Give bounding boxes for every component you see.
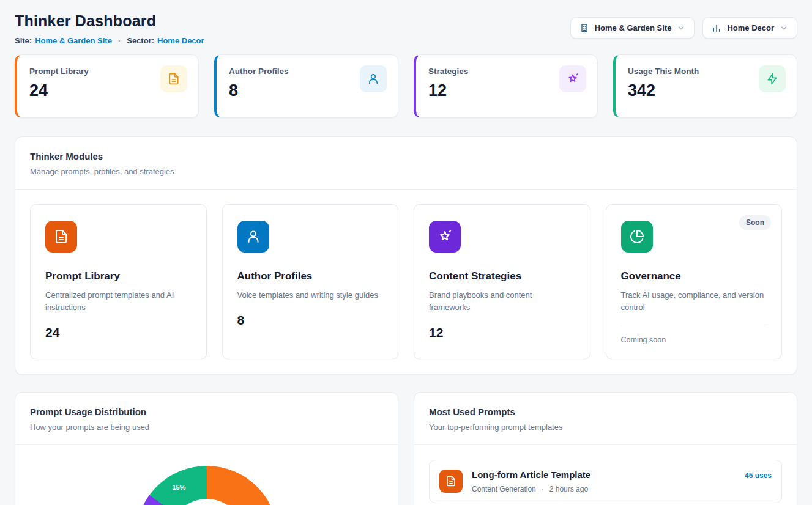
sector-selector-label: Home Decor	[727, 23, 774, 32]
modules-header: Thinker Modules Manage prompts, profiles…	[15, 137, 797, 189]
stat-card-usage: Usage This Month 342	[613, 54, 797, 118]
sector-label: Sector:	[127, 36, 154, 45]
prompt-item-time: 2 hours ago	[549, 485, 588, 493]
module-title: Author Profiles	[237, 270, 384, 282]
document-icon	[45, 221, 77, 253]
module-description: Track AI usage, compliance, and version …	[621, 289, 767, 314]
site-link[interactable]: Home & Garden Site	[35, 36, 112, 45]
breadcrumb: Site: Home & Garden Site · Sector: Home …	[15, 36, 204, 45]
user-icon	[237, 221, 269, 253]
module-description: Voice templates and writing style guides	[237, 289, 384, 301]
module-count: 24	[45, 325, 192, 340]
bar-chart-icon	[712, 23, 721, 33]
module-title: Prompt Library	[45, 270, 192, 282]
stat-card-prompt-library: Prompt Library 24	[15, 54, 199, 118]
separator-dot: ·	[542, 485, 544, 493]
document-icon	[160, 65, 187, 92]
site-label: Site:	[15, 36, 32, 45]
usage-panel-title: Prompt Usage Distribution	[30, 407, 383, 417]
sector-link[interactable]: Home Decor	[157, 36, 204, 45]
most-used-prompts-panel: Most Used Prompts Your top-performing pr…	[414, 392, 797, 505]
usage-panel-header: Prompt Usage Distribution How your promp…	[15, 393, 398, 444]
sector-selector[interactable]: Home Decor	[702, 17, 797, 39]
module-description: Brand playbooks and content frameworks	[429, 289, 575, 314]
modules-subtitle: Manage prompts, profiles, and strategies	[30, 167, 782, 176]
modules-grid: Prompt Library Centralized prompt templa…	[15, 190, 797, 374]
module-description: Centralized prompt templates and AI inst…	[45, 289, 192, 314]
module-card-governance[interactable]: Soon Governance Track AI usage, complian…	[606, 204, 783, 359]
document-icon	[439, 470, 463, 493]
prompts-panel-title: Most Used Prompts	[429, 407, 782, 417]
prompt-list-item[interactable]: Long-form Article Template Content Gener…	[429, 460, 782, 503]
header-selectors: Home & Garden Site Home Decor	[570, 17, 797, 39]
module-count: 12	[429, 325, 575, 340]
top-bar: Thinker Dashboard Site: Home & Garden Si…	[15, 12, 797, 45]
module-count: 8	[237, 313, 384, 328]
prompt-item-title: Long-form Article Template	[472, 470, 736, 480]
soon-badge: Soon	[739, 215, 771, 230]
divider	[414, 444, 797, 445]
separator-dot: ·	[118, 36, 121, 45]
user-icon	[360, 65, 387, 92]
pie-chart-icon	[621, 221, 653, 253]
site-selector[interactable]: Home & Garden Site	[570, 17, 695, 39]
module-title: Governance	[621, 270, 767, 282]
donut-segment-label: 15%	[173, 484, 186, 491]
building-icon	[579, 23, 589, 33]
prompt-item-uses-badge: 45 uses	[745, 471, 772, 480]
chevron-down-icon	[677, 24, 685, 32]
thinker-modules-panel: Thinker Modules Manage prompts, profiles…	[15, 136, 797, 375]
dashboard-page: Thinker Dashboard Site: Home & Garden Si…	[0, 0, 812, 505]
title-block: Thinker Dashboard Site: Home & Garden Si…	[15, 12, 204, 45]
sparkle-star-icon	[559, 65, 586, 92]
usage-panel-subtitle: How your prompts are being used	[30, 422, 383, 432]
sparkle-star-icon	[429, 221, 461, 253]
prompt-item-category: Content Generation	[472, 485, 536, 493]
stat-card-strategies: Strategies 12	[414, 54, 598, 118]
page-title: Thinker Dashboard	[15, 12, 204, 30]
site-selector-label: Home & Garden Site	[595, 23, 672, 32]
module-card-content-strategies[interactable]: Content Strategies Brand playbooks and c…	[414, 204, 590, 359]
prompts-panel-subtitle: Your top-performing prompt templates	[429, 422, 782, 432]
prompts-panel-header: Most Used Prompts Your top-performing pr…	[414, 393, 797, 444]
stat-card-author-profiles: Author Profiles 8	[214, 54, 398, 118]
stats-row: Prompt Library 24 Author Profiles 8 Stra…	[15, 54, 797, 118]
module-card-author-profiles[interactable]: Author Profiles Voice templates and writ…	[222, 204, 399, 359]
chevron-down-icon	[780, 24, 788, 32]
module-card-prompt-library[interactable]: Prompt Library Centralized prompt templa…	[30, 204, 207, 359]
usage-donut: 15%	[136, 466, 278, 505]
prompt-item-body: Long-form Article Template Content Gener…	[472, 470, 736, 493]
coming-soon-label: Coming soon	[621, 326, 767, 344]
bottom-row: Prompt Usage Distribution How your promp…	[15, 392, 797, 505]
modules-title: Thinker Modules	[30, 151, 782, 161]
lightning-icon	[759, 65, 786, 92]
module-title: Content Strategies	[429, 270, 575, 282]
usage-distribution-panel: Prompt Usage Distribution How your promp…	[15, 392, 398, 505]
donut-chart-area: 15%	[15, 445, 398, 505]
prompt-item-meta: Content Generation · 2 hours ago	[472, 485, 736, 493]
